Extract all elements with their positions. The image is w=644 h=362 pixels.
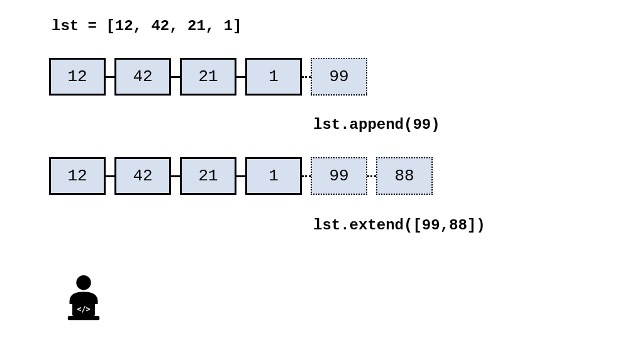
connector-dotted: [302, 76, 311, 78]
svg-rect-2: [68, 316, 99, 320]
connector: [236, 76, 245, 78]
extend-row: 12 42 21 1 99 88: [49, 157, 433, 195]
list-item: 12: [49, 157, 106, 195]
code-append: lst.append(99): [313, 116, 440, 133]
list-item: 1: [245, 58, 302, 96]
append-row: 12 42 21 1 99: [49, 58, 367, 96]
code-declaration: lst = [12, 42, 21, 1]: [52, 18, 242, 35]
list-item: 21: [180, 58, 236, 96]
extended-item: 88: [376, 157, 433, 195]
svg-point-0: [76, 275, 91, 290]
list-item: 1: [245, 157, 302, 195]
connector: [171, 175, 180, 177]
code-extend: lst.extend([99,88]): [313, 217, 486, 234]
list-item: 42: [114, 157, 171, 195]
appended-item: 99: [311, 58, 367, 96]
connector: [236, 175, 245, 177]
connector: [171, 76, 180, 78]
svg-text:</>: </>: [77, 305, 90, 314]
connector: [106, 175, 114, 177]
programmer-icon: </>: [55, 270, 112, 330]
list-item: 21: [180, 157, 236, 195]
list-item: 42: [114, 58, 171, 96]
list-item: 12: [49, 58, 106, 96]
connector-dotted: [302, 175, 311, 177]
extended-item: 99: [311, 157, 367, 195]
connector-dotted: [367, 175, 376, 177]
connector: [106, 76, 114, 78]
